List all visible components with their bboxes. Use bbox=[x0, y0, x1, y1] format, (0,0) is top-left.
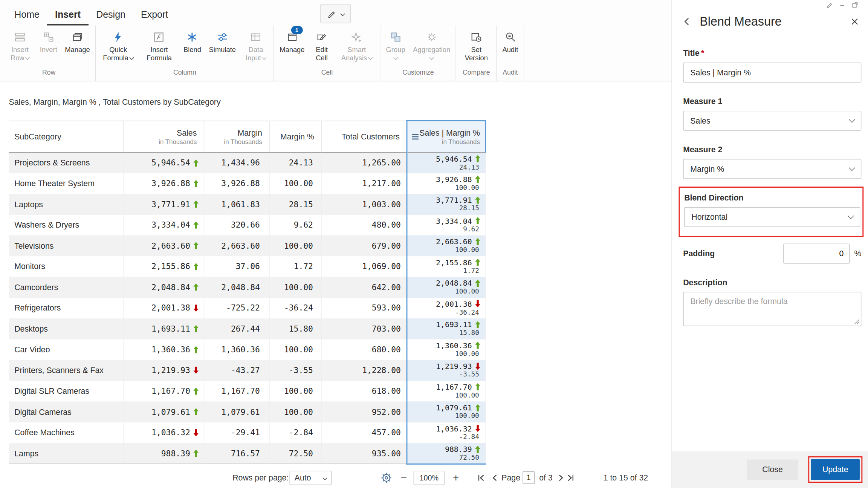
sales-cell[interactable]: 3,771.91 bbox=[124, 194, 204, 214]
next-page-button[interactable] bbox=[557, 468, 565, 488]
insert-formula-button[interactable]: Insert Formula bbox=[139, 26, 180, 63]
margin-pct-cell[interactable]: 100.00 bbox=[269, 277, 321, 298]
column-header-total-customers[interactable]: Total Customers bbox=[321, 121, 407, 152]
customers-cell[interactable]: 935.00 bbox=[321, 443, 407, 464]
margin-cell[interactable]: 1,360.36 bbox=[204, 339, 269, 360]
blend-cell[interactable]: 1,036.32-2.84 bbox=[407, 422, 486, 443]
zoom-out-button[interactable]: − bbox=[401, 468, 407, 488]
sales-cell[interactable]: 2,048.84 bbox=[124, 277, 204, 298]
margin-pct-cell[interactable]: -3.55 bbox=[269, 360, 321, 381]
sales-cell[interactable]: 2,663.60 bbox=[124, 235, 204, 256]
tab-export[interactable]: Export bbox=[133, 4, 176, 25]
set-version-button[interactable]: Set Version bbox=[458, 26, 495, 63]
subcategory-cell[interactable]: Monitors bbox=[9, 256, 124, 277]
customers-cell[interactable]: 703.00 bbox=[321, 318, 407, 339]
tab-home[interactable]: Home bbox=[7, 4, 47, 25]
blend-cell[interactable]: 1,360.36100.00 bbox=[407, 339, 486, 360]
customers-cell[interactable]: 1,069.00 bbox=[321, 256, 407, 277]
close-button[interactable]: Close bbox=[747, 459, 798, 480]
subcategory-cell[interactable]: Projectors & Screens bbox=[9, 152, 124, 173]
sales-cell[interactable]: 3,926.88 bbox=[124, 173, 204, 194]
customers-cell[interactable]: 618.00 bbox=[321, 381, 407, 401]
sales-cell[interactable]: 1,036.32 bbox=[124, 422, 204, 443]
margin-pct-cell[interactable]: 100.00 bbox=[269, 401, 321, 422]
customers-cell[interactable]: 1,217.00 bbox=[321, 173, 407, 194]
subcategory-cell[interactable]: Lamps bbox=[9, 443, 124, 464]
sales-cell[interactable]: 1,167.70 bbox=[124, 381, 204, 401]
blend-cell[interactable]: 3,771.9128.15 bbox=[407, 194, 486, 214]
zoom-level[interactable]: 100% bbox=[414, 471, 445, 485]
subcategory-cell[interactable]: Televisions bbox=[9, 235, 124, 256]
tab-insert[interactable]: Insert bbox=[47, 4, 88, 25]
blend-cell[interactable]: 1,079.61100.00 bbox=[407, 401, 486, 422]
column-header-margin-pct[interactable]: Margin % bbox=[269, 121, 321, 152]
margin-pct-cell[interactable]: 28.15 bbox=[269, 194, 321, 214]
blend-cell[interactable]: 1,219.93-3.55 bbox=[407, 360, 486, 381]
edit-cell-button[interactable]: Edit Cell bbox=[309, 26, 335, 63]
column-header-sales[interactable]: Sales in Thousands bbox=[124, 121, 204, 152]
customers-cell[interactable]: 480.00 bbox=[321, 214, 407, 235]
sales-cell[interactable]: 1,360.36 bbox=[124, 339, 204, 360]
subcategory-cell[interactable]: Coffee Machines bbox=[9, 422, 124, 443]
tab-design[interactable]: Design bbox=[89, 4, 133, 25]
margin-pct-cell[interactable]: 100.00 bbox=[269, 339, 321, 360]
edit-view-dropdown[interactable] bbox=[320, 4, 351, 23]
subcategory-cell[interactable]: Digital SLR Cameras bbox=[9, 381, 124, 401]
sales-cell[interactable]: 5,946.54 bbox=[124, 152, 204, 173]
subcategory-cell[interactable]: Washers & Dryers bbox=[9, 214, 124, 235]
blend-cell[interactable]: 3,334.049.62 bbox=[407, 214, 486, 235]
table-settings-button[interactable] bbox=[381, 468, 392, 488]
sales-cell[interactable]: 1,219.93 bbox=[124, 360, 204, 381]
margin-cell[interactable]: 2,048.84 bbox=[204, 277, 269, 298]
title-input[interactable] bbox=[683, 63, 861, 83]
blend-cell[interactable]: 988.3972.50 bbox=[407, 443, 486, 464]
group-button[interactable]: Group bbox=[382, 26, 409, 59]
customers-cell[interactable]: 952.00 bbox=[321, 401, 407, 422]
sales-cell[interactable]: 2,001.38 bbox=[124, 298, 204, 318]
margin-cell[interactable]: -29.41 bbox=[204, 422, 269, 443]
blend-cell[interactable]: 1,167.70100.00 bbox=[407, 381, 486, 401]
blend-cell[interactable]: 2,663.60100.00 bbox=[407, 235, 486, 256]
column-menu-icon[interactable] bbox=[411, 133, 419, 140]
margin-pct-cell[interactable]: 15.80 bbox=[269, 318, 321, 339]
subcategory-cell[interactable]: Laptops bbox=[9, 194, 124, 214]
data-input-button[interactable]: Data Input bbox=[240, 26, 272, 63]
manage-cell-button[interactable]: 1 Manage bbox=[276, 26, 309, 54]
minimize-panel-icon[interactable] bbox=[839, 2, 845, 8]
subcategory-cell[interactable]: Refrigerators bbox=[9, 298, 124, 318]
popout-panel-icon[interactable] bbox=[852, 2, 858, 8]
customers-cell[interactable]: 1,228.00 bbox=[321, 360, 407, 381]
margin-cell[interactable]: 320.66 bbox=[204, 214, 269, 235]
blend-cell[interactable]: 3,926.88100.00 bbox=[407, 173, 486, 194]
previous-page-button[interactable] bbox=[491, 468, 499, 488]
margin-pct-cell[interactable]: 9.62 bbox=[269, 214, 321, 235]
manage-row-button[interactable]: Manage bbox=[61, 26, 94, 54]
blend-cell[interactable]: 2,001.38-36.24 bbox=[407, 298, 486, 318]
margin-cell[interactable]: 267.44 bbox=[204, 318, 269, 339]
column-header-subcategory[interactable]: SubCategory bbox=[9, 121, 124, 152]
update-button[interactable]: Update bbox=[811, 459, 860, 480]
smart-analysis-button[interactable]: Smart Analysis bbox=[335, 26, 378, 63]
margin-cell[interactable]: 1,434.96 bbox=[204, 152, 269, 173]
margin-pct-cell[interactable]: -36.24 bbox=[269, 298, 321, 318]
sales-cell[interactable]: 1,079.61 bbox=[124, 401, 204, 422]
zoom-in-button[interactable]: + bbox=[453, 468, 459, 488]
margin-cell[interactable]: 1,061.83 bbox=[204, 194, 269, 214]
back-button[interactable] bbox=[682, 17, 692, 26]
column-header-blend[interactable]: Sales | Margin % in Thousands bbox=[407, 121, 486, 152]
blend-cell[interactable]: 1,693.1115.80 bbox=[407, 318, 486, 339]
simulate-button[interactable]: Simulate bbox=[205, 26, 240, 54]
customers-cell[interactable]: 642.00 bbox=[321, 277, 407, 298]
margin-pct-cell[interactable]: 72.50 bbox=[269, 443, 321, 464]
blend-direction-select[interactable]: Horizontal bbox=[684, 207, 860, 227]
margin-cell[interactable]: 3,926.88 bbox=[204, 173, 269, 194]
margin-cell[interactable]: 2,663.60 bbox=[204, 235, 269, 256]
margin-pct-cell[interactable]: 100.00 bbox=[269, 235, 321, 256]
blend-cell[interactable]: 2,048.84100.00 bbox=[407, 277, 486, 298]
close-panel-button[interactable] bbox=[850, 17, 859, 26]
subcategory-cell[interactable]: Car Video bbox=[9, 339, 124, 360]
margin-pct-cell[interactable]: 100.00 bbox=[269, 173, 321, 194]
sales-cell[interactable]: 988.39 bbox=[124, 443, 204, 464]
customers-cell[interactable]: 593.00 bbox=[321, 298, 407, 318]
subcategory-cell[interactable]: Desktops bbox=[9, 318, 124, 339]
